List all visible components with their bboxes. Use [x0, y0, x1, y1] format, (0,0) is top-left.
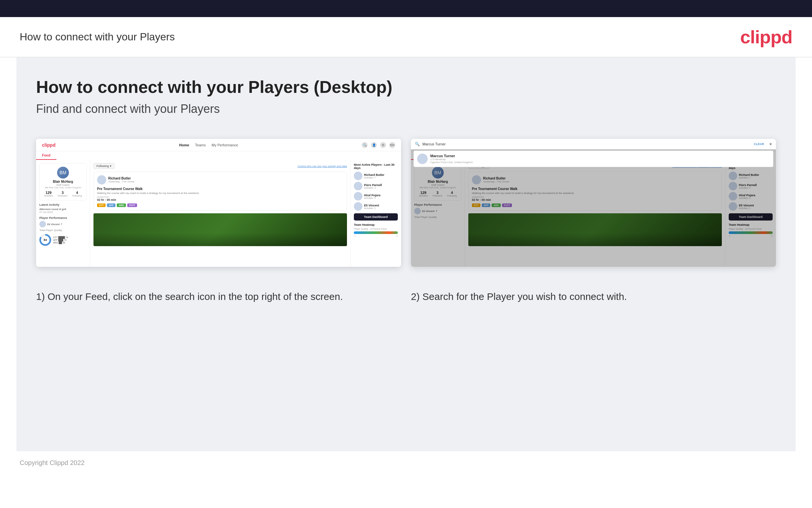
feed-tab[interactable]: Feed	[36, 151, 56, 160]
mini-nav-icons: 🔍 👤 ⚙ BM	[362, 142, 395, 148]
mini-nav-1: clippd Home Teams My Performance 🔍 👤 ⚙ B…	[36, 139, 401, 151]
active-name-1: Richard Butler	[364, 173, 384, 176]
clear-button[interactable]: CLEAR	[754, 142, 764, 146]
page-title: How to connect with your Players	[20, 31, 175, 43]
screenshots-row: clippd Home Teams My Performance 🔍 👤 ⚙ B…	[36, 139, 776, 267]
heatmap-bar	[354, 231, 398, 234]
score-circle: 84	[39, 234, 51, 246]
tag-ott: OTT	[97, 204, 106, 207]
settings-icon[interactable]: ⚙	[380, 142, 386, 148]
mini-body-1: BM Blair McHarg Golf Coach Mill Ride Gol…	[36, 160, 401, 267]
mini-logo-1: clippd	[42, 142, 55, 148]
avatar-icon[interactable]: BM	[389, 142, 395, 148]
control-link[interactable]: Control who can see your activity and da…	[297, 165, 347, 168]
heatmap-label-left: -5	[354, 235, 355, 237]
caption-1: 1) On your Feed, click on the search ico…	[36, 287, 401, 307]
stat-followers: 3 Followers	[58, 190, 67, 197]
following-button[interactable]: Following ▾	[93, 163, 114, 169]
active-acts-4: Activities: 1	[364, 207, 379, 209]
latest-activity-value: Afternoon round of golf	[39, 208, 87, 211]
search-icon[interactable]: 🔍	[362, 142, 368, 148]
mini-app-1: clippd Home Teams My Performance 🔍 👤 ⚙ B…	[36, 139, 401, 267]
stat-following: 4 Following	[72, 190, 82, 197]
score-row: 84 OTT ████ 79 APP ███ 70 ARG ██ 64	[39, 233, 87, 247]
active-player-3: Hiral Pujara Activities: 3	[354, 192, 398, 201]
captions-row: 1) On your Feed, click on the search ico…	[36, 287, 776, 307]
app-bar-row: APP ███ 70	[53, 239, 68, 241]
active-avatar-1	[354, 172, 363, 180]
activity-user-sub: Yesterday - The Grove	[108, 180, 135, 183]
tag-arg: ARG	[117, 204, 126, 207]
header: How to connect with your Players clippd	[0, 17, 812, 57]
latest-activity-date: 27 Jul 2022	[39, 211, 87, 214]
most-active-title: Most Active Players - Last 30 days	[354, 163, 398, 170]
mini-right-panel: Most Active Players - Last 30 days Richa…	[350, 160, 401, 267]
team-dashboard-button[interactable]: Team Dashboard	[354, 213, 398, 220]
caption-text-1: 1) On your Feed, click on the search ico…	[36, 290, 401, 303]
activity-user: Richard Butler Yesterday - The Grove	[97, 175, 343, 184]
profile-name: Blair McHarg	[42, 180, 84, 183]
activity-user-name: Richard Butler	[108, 176, 135, 180]
mini-app-2: clippd Home Teams My Performance 🔍 👤 ⚙ B…	[411, 139, 776, 267]
active-avatar-4	[354, 202, 363, 211]
heatmap-labels: -5 +5	[354, 235, 398, 237]
search-bar-container: 🔍 Marcus Turner CLEAR ×	[411, 139, 776, 149]
activity-card: Richard Butler Yesterday - The Grove Pre…	[93, 172, 347, 211]
activity-desc: Walking the course with my coach to buil…	[97, 192, 343, 195]
active-acts-1: Activities: 7	[364, 176, 384, 179]
result-avatar	[417, 154, 428, 164]
mini-middle-panel: Following ▾ Control who can see your act…	[90, 160, 350, 267]
player-avatar	[39, 221, 46, 227]
activity-avatar	[97, 175, 106, 184]
active-acts-3: Activities: 3	[364, 197, 380, 199]
heatmap-label-right: +5	[395, 235, 398, 237]
active-player-1: Richard Butler Activities: 7	[354, 172, 398, 180]
active-info-3: Hiral Pujara Activities: 3	[364, 194, 380, 199]
top-bar	[0, 0, 812, 17]
activities-label: Activities	[44, 195, 53, 197]
active-player-2: Piers Parnell Activities: 4	[354, 182, 398, 190]
result-handicap: 1.5 Handicap	[430, 158, 473, 161]
active-player-4: Eli Vincent Activities: 1	[354, 202, 398, 211]
close-button[interactable]: ×	[769, 141, 772, 147]
main-content: How to connect with your Players (Deskto…	[16, 57, 796, 451]
profile-stats: 129 Activities 3 Followers 4 Following	[42, 190, 84, 197]
search-overlay: 🔍 Marcus Turner CLEAR × Marcus Turner 1.…	[411, 139, 776, 168]
caption-text-2: 2) Search for the Player you wish to con…	[411, 290, 776, 303]
following-label: Following	[72, 195, 82, 197]
screenshot-1: clippd Home Teams My Performance 🔍 👤 ⚙ B…	[36, 139, 401, 267]
result-club: Cypress Point Club, United Kingdom	[430, 161, 473, 164]
duration-label: Duration	[97, 196, 343, 198]
profile-club: Mill Ride Golf Club, United Kingdom	[42, 186, 84, 189]
followers-value: 3	[58, 190, 67, 195]
activity-tags: OTT APP ARG PUTT	[97, 204, 343, 207]
player-performance-row: Eli Vincent ▾	[39, 221, 87, 227]
activity-title: Pre Tournament Course Walk	[97, 187, 343, 190]
activity-user-info: Richard Butler Yesterday - The Grove	[108, 176, 135, 183]
tag-putt: PUTT	[127, 204, 137, 207]
result-name: Marcus Turner	[430, 154, 473, 158]
logo: clippd	[740, 26, 792, 48]
nav-teams[interactable]: Teams	[195, 143, 206, 147]
search-icon-overlay: 🔍	[415, 142, 420, 146]
footer: Copyright Clippd 2022	[0, 451, 812, 474]
activity-photo	[93, 213, 347, 246]
profile-icon[interactable]: 👤	[371, 142, 377, 148]
duration-value: 02 hr : 00 min	[97, 198, 343, 202]
following-bar: Following ▾ Control who can see your act…	[93, 163, 347, 169]
heatmap-title: Team Heatmap	[354, 223, 398, 226]
search-input[interactable]: Marcus Turner	[422, 142, 751, 146]
search-result-row[interactable]: Marcus Turner 1.5 Handicap Cypress Point…	[417, 154, 770, 164]
total-quality-label: Total Player Quality	[39, 229, 87, 232]
score-bars: OTT ████ 79 APP ███ 70 ARG ██ 64	[53, 236, 68, 244]
screenshot-2: clippd Home Teams My Performance 🔍 👤 ⚙ B…	[411, 139, 776, 267]
player-name: Eli Vincent	[47, 223, 60, 226]
mini-left-panel: BM Blair McHarg Golf Coach Mill Ride Gol…	[36, 160, 90, 267]
active-avatar-2	[354, 182, 363, 190]
active-info-2: Piers Parnell Activities: 4	[364, 183, 382, 189]
nav-my-performance[interactable]: My Performance	[211, 143, 238, 147]
result-info: Marcus Turner 1.5 Handicap Cypress Point…	[430, 154, 473, 164]
nav-home[interactable]: Home	[179, 143, 189, 147]
stat-activities: 129 Activities	[44, 190, 53, 197]
player-dropdown[interactable]: ▾	[61, 223, 62, 225]
